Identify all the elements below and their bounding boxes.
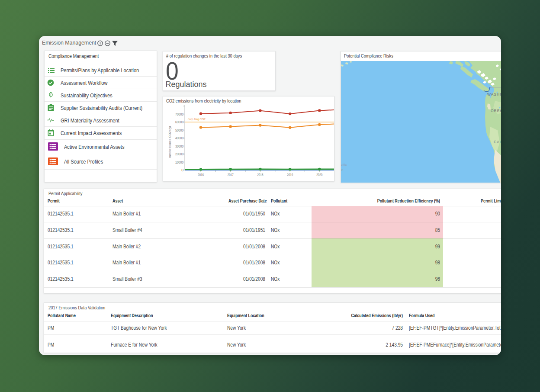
svg-text:50000: 50000: [175, 128, 183, 132]
svg-text:2017: 2017: [228, 173, 234, 177]
svg-text:2018: 2018: [257, 173, 263, 177]
svg-text:ean: ean: [341, 168, 343, 172]
svg-text:OREGON: OREGON: [491, 109, 501, 113]
svg-text:0: 0: [181, 168, 183, 172]
svg-text:20000: 20000: [175, 152, 183, 156]
svg-text:WASHINGTON: WASHINGTON: [487, 92, 501, 96]
svg-text:2019: 2019: [287, 173, 293, 177]
svg-text:metric tonnes CO2e/yr: metric tonnes CO2e/yr: [168, 126, 172, 158]
svg-text:70000: 70000: [175, 112, 183, 116]
svg-text:corp targ CO2: corp targ CO2: [188, 117, 206, 121]
svg-text:Pacific: Pacific: [341, 163, 347, 167]
svg-text:60000: 60000: [175, 120, 183, 124]
svg-text:10000: 10000: [175, 160, 183, 164]
svg-text:2016: 2016: [198, 173, 204, 177]
svg-text:30000: 30000: [175, 144, 183, 148]
svg-text:CALIFORNIA: CALIFORNIA: [494, 140, 501, 144]
svg-text:40000: 40000: [175, 136, 183, 140]
svg-text:2020: 2020: [316, 173, 322, 177]
